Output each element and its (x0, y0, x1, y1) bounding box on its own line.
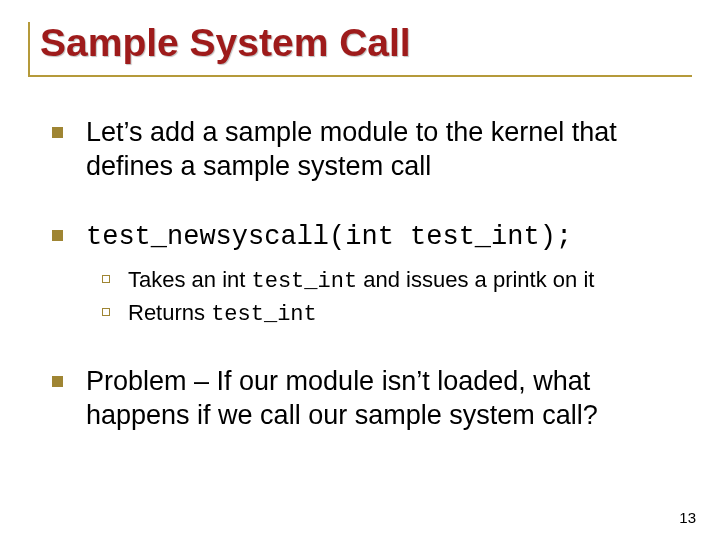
bullet-item: Problem – If our module isn’t loaded, wh… (52, 364, 682, 433)
open-square-bullet-icon (102, 275, 110, 283)
slide: Sample System Call Let’s add a sample mo… (0, 0, 720, 540)
bullet-text: Problem – If our module isn’t loaded, wh… (86, 366, 598, 431)
sub-text-pre: Returns (128, 300, 211, 325)
bullet-text: Let’s add a sample module to the kernel … (86, 117, 617, 182)
bullet-item: test_newsyscall(int test_int); Takes an … (52, 218, 682, 330)
slide-title: Sample System Call (40, 22, 692, 65)
sub-list: Takes an int test_int and issues a print… (86, 265, 682, 330)
square-bullet-icon (52, 376, 63, 387)
title-container: Sample System Call (28, 22, 692, 77)
square-bullet-icon (52, 230, 63, 241)
open-square-bullet-icon (102, 308, 110, 316)
sub-text-code: test_int (252, 269, 358, 294)
slide-body: Let’s add a sample module to the kernel … (28, 115, 692, 433)
page-number: 13 (679, 509, 696, 526)
sub-bullet-item: Returns test_int (98, 298, 682, 330)
sub-text-code: test_int (211, 302, 317, 327)
square-bullet-icon (52, 127, 63, 138)
bullet-text-code: test_newsyscall(int test_int); (86, 222, 572, 252)
sub-bullet-item: Takes an int test_int and issues a print… (98, 265, 682, 297)
sub-text-post: and issues a printk on it (357, 267, 594, 292)
bullet-item: Let’s add a sample module to the kernel … (52, 115, 682, 184)
sub-text-pre: Takes an int (128, 267, 252, 292)
